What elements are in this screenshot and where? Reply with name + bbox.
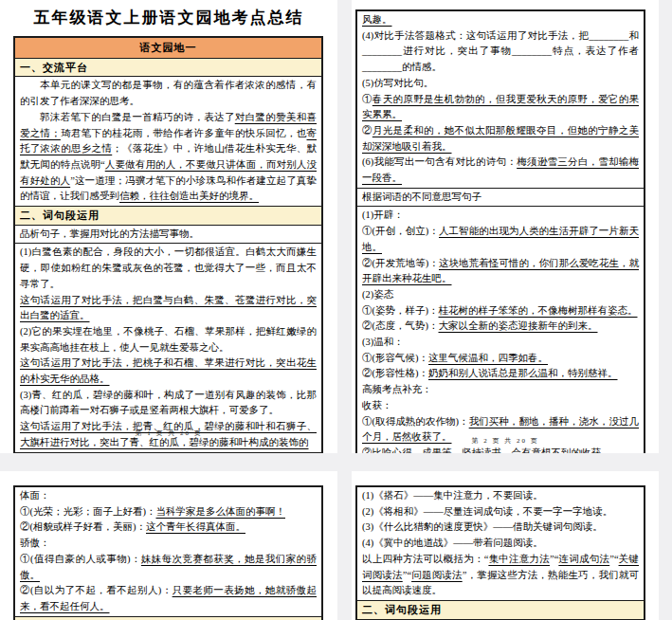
plain-text: 收获： (362, 400, 392, 410)
underlined-text: 集中注意力法 (488, 554, 550, 564)
plain-text: ”“ (403, 570, 411, 580)
table-row-section: 二、词句段运用 (15, 207, 321, 226)
paragraph: (1)《搭石》——集中注意力，不要回读。 (362, 488, 639, 504)
plain-text: (3)《什么比猎豹的速度更快》——借助关键词句阅读。 (362, 521, 603, 532)
plain-text: (6)我能写出一句含有对比的诗句： (362, 156, 517, 167)
paragraph: (1)白鹭色素的配合，身段的大小，一切都很适宜。白鹤太大而嫌生硬，即使如粉红的朱… (20, 245, 317, 292)
underlined-text: 连词成句法 (558, 554, 609, 564)
paragraph: 收获： (362, 398, 639, 414)
paragraph: (2)《将相和》——尽量连词成句读，不要一字一字地读。 (362, 504, 639, 520)
underlined-text: 信赖，往往创造出美好的境界。 (119, 191, 259, 201)
paragraph: 郭沫若笔下的白鹭是一首精巧的诗，表达了对白鹭的赞美和喜爱之情；琦君笔下的桂花雨，… (20, 110, 317, 205)
plain-text: ②(开发荒地等)： (362, 258, 439, 268)
paragraph: ①(开创，创立)：人工智能的出现为人类的生活开辟了一片新天地。 (362, 224, 639, 255)
paragraph: ①(值得自豪的人或事物)：妹妹每次竞赛都获奖，她是我们家的骄傲。 (20, 552, 317, 583)
plain-text: (1)白鹭色素的配合，身段的大小，一切都很适宜。白鹤太大而嫌生硬，即使如粉红的朱… (20, 246, 317, 288)
plain-text: ②比喻心得、成果等。 (362, 447, 462, 453)
paragraph: (3)青、红的瓜，碧绿的藤和叶，构成了一道别有风趣的装饰，比那高楼门前蹲着一对石… (20, 388, 317, 419)
paragraph: (6)我能写出一句含有对比的诗句：梅须逊雪三分白，雪却输梅一段香。 (362, 155, 639, 186)
plain-text: (1)《搭石》——集中注意力，不要回读。 (362, 490, 543, 501)
paragraph: (4)对比手法答题格式：这句话运用了对比手法，把________和_______… (362, 28, 639, 76)
plain-text: ①(形容气候)： (362, 353, 428, 363)
table-row-section: 一、交流平台 (15, 59, 321, 78)
plain-text: ”“ (609, 554, 618, 564)
underlined-text: 坚持读书，会有意想不到的收获。 (462, 447, 611, 453)
table-row-text: 本单元的课文写的都是事物，有的蕴含着作者浓浓的感情，有的引发了作者深深的思考。郭… (15, 77, 321, 207)
paragraph: (1)开辟： (362, 208, 639, 224)
plain-text: 琦君笔下的桂花雨，带给作者许多童年的快乐回忆，也 (61, 128, 307, 138)
paragraph: ②比喻心得、成果等。坚持读书，会有意想不到的收获。 (362, 446, 639, 453)
paragraph: 品析句子，掌握用对比的方法描写事物。 (20, 227, 317, 243)
page-1: 五年级语文上册语文园地考点总结 语文园地一一、交流平台本单元的课文写的都是事物，… (0, 0, 337, 453)
underlined-text: 奶奶和别人说话总是那么温和，特别慈祥。 (428, 368, 618, 378)
underlined-text: 这句话运用了对比手法，把白鹭与白鹤、朱鹭、苍鹭进行对比，突出白鹭的适宜。 (20, 295, 317, 321)
plain-text: 以上四种方法可以概括为：“ (362, 554, 488, 564)
underlined-text: 大家以全新的姿态迎接新年的到来。 (439, 320, 598, 331)
page-2: 风趣。(4)对比手法答题格式：这句话运用了对比手法，把________和____… (352, 0, 659, 453)
underlined-text: 这句话运用了对比手法，把桃子和石榴、苹果进行对比，突出花生的朴实无华的品格。 (20, 357, 317, 384)
plain-text: ②(形容性格)： (362, 368, 428, 378)
paragraph: 骄傲： (20, 536, 317, 552)
table-row-text: 体面：①(光荣；光彩；面子上好看)：当科学家是多么体面的事啊！②(相貌或样子好看… (15, 487, 321, 617)
paragraph: 本单元的课文写的都是事物，有的蕴含着作者浓浓的感情，有的引发了作者深深的思考。 (20, 78, 317, 109)
table-row-text: (1)白鹭色素的配合，身段的大小，一切都很适宜。白鹤太大而嫌生硬，即使如粉红的朱… (15, 244, 321, 451)
underlined-text: 当科学家是多么体面的事啊！ (156, 506, 286, 517)
paragraph: ①(光荣；光彩；面子上好看)：当科学家是多么体面的事啊！ (20, 504, 317, 520)
plain-text: (5)仿写对比句。 (362, 78, 433, 88)
plain-text: ①(值得自豪的人或事物)： (20, 554, 141, 564)
page-footer: 第 2 页 共 20 页 (352, 436, 659, 446)
plain-text: (1)开辟： (362, 210, 404, 220)
plain-text: (2)它的果实埋在地里，不像桃子、石榴、苹果那样，把鲜红嫩绿的果实高高地挂在枝上… (20, 326, 317, 353)
doc-table-page-3: 体面：①(光荣；光彩；面子上好看)：当科学家是多么体面的事啊！②(相貌或样子好看… (13, 485, 323, 620)
plain-text: ”“ (550, 554, 558, 564)
paragraph: 以上四种方法可以概括为：“集中注意力法”“连词成句法”“关键词阅读法”“问题阅读… (362, 552, 639, 599)
plain-text: ①(开创，创立)： (362, 226, 439, 236)
plain-text: 体面： (20, 490, 50, 501)
paragraph: ①(姿势，样子)：桂花树的样子笨笨的，不像梅树那样有姿态。 (362, 303, 639, 319)
underlined-text: 这里气候温和，四季如春。 (428, 353, 548, 363)
paragraph: (2)它的果实埋在地里，不像桃子、石榴、苹果那样，把鲜红嫩绿的果实高高地挂在枝上… (20, 324, 317, 356)
plain-text: ①(姿势，样子)： (362, 305, 439, 316)
plain-text: ② (362, 125, 372, 136)
table-row-text: 根据词语的不同意思写句子 (357, 189, 644, 208)
paragraph: 根据词语的不同意思写句子 (362, 190, 639, 206)
plain-text: 根据词语的不同意思写句子 (362, 191, 481, 202)
paragraph: 高频考点补充： (362, 382, 639, 398)
doc-table-page-1: 语文园地一一、交流平台本单元的课文写的都是事物，有的蕴含着作者浓浓的感情，有的引… (13, 36, 323, 453)
paragraph: ②(态度，气势)：大家以全新的姿态迎接新年的到来。 (362, 319, 639, 335)
table-row-text: (1)开辟：①(开创，创立)：人工智能的出现为人类的生活开辟了一片新天地。②(开… (357, 207, 644, 453)
plain-text: 骄傲： (20, 538, 50, 548)
paragraph: 体面： (20, 488, 317, 504)
page-footer: 第 1 页 共 20 页 (0, 429, 337, 438)
underlined-text: 风趣。 (362, 14, 392, 25)
underlined-text: 问题阅读法 (411, 570, 463, 580)
plain-text: 本单元的课文写的都是事物，有的蕴含着作者浓浓的感情，有的引发了作者深深的思考。 (20, 80, 317, 106)
plain-text: ① (362, 94, 372, 104)
paragraph: ②(形容性格)：奶奶和别人说话总是那么温和，特别慈祥。 (362, 366, 639, 382)
table-row-section: 三、日积月累 (15, 617, 321, 620)
underlined-text: 这个青年长得真体面。 (146, 521, 245, 532)
paragraph: 风趣。 (362, 12, 639, 28)
paragraph: (5)仿写对比句。 (362, 76, 639, 92)
paragraph: (4)《冀中的地道战》——带着问题阅读。 (362, 536, 639, 552)
plain-text: 高频考点补充： (362, 384, 432, 394)
plain-text: ①(取得成熟的农作物)： (362, 416, 469, 427)
table-row-section: 二、词句段运用 (357, 601, 644, 620)
paragraph: 这句话运用了对比手法，把白鹭与白鹤、朱鹭、苍鹭进行对比，突出白鹭的适宜。 (20, 293, 317, 324)
paragraph: 这句话运用了对比手法，把桃子和石榴、苹果进行对比，突出花生的朴实无华的品格。 (20, 356, 317, 387)
underlined-text: 月光是柔和的，她不似太阳那般耀眼夺目，但她的宁静之美却深深地吸引着我。 (362, 125, 639, 152)
table-row-text: 风趣。(4)对比手法答题格式：这句话运用了对比手法，把________和____… (357, 11, 644, 189)
paragraph: ①(形容气候)：这里气候温和，四季如春。 (362, 351, 639, 367)
plain-text: 品析句子，掌握用对比的方法描写事物。 (20, 228, 199, 239)
paragraph: ②(开发荒地等)：这块地荒着怪可惜的，你们那么爱吃花生，就开辟出来种花生吧。 (362, 256, 639, 287)
paragraph: (3)温和： (362, 335, 639, 351)
paragraph: ②(相貌或样子好看，美丽)：这个青年长得真体面。 (20, 520, 317, 536)
plain-text: (2)姿态 (362, 289, 393, 300)
paragraph: ①春天的原野是生机勃勃的，但我更爱秋天的原野，爱它的果实累累。 (362, 92, 639, 123)
plain-text: 郭沫若笔下的白鹭是一首精巧的诗，表达了 (40, 112, 235, 122)
plain-text: ②(态度，气势)： (362, 320, 439, 331)
underlined-text: 桂花树的样子笨笨的，不像梅树那样有姿态。 (439, 305, 638, 316)
underlined-text: 春天的原野是生机勃勃的，但我更爱秋天的原野，爱它的果实累累。 (362, 94, 639, 120)
plain-text: ①(光荣；光彩；面子上好看)： (20, 506, 156, 517)
paragraph: (3)《什么比猎豹的速度更快》——借助关键词句阅读。 (362, 520, 639, 536)
